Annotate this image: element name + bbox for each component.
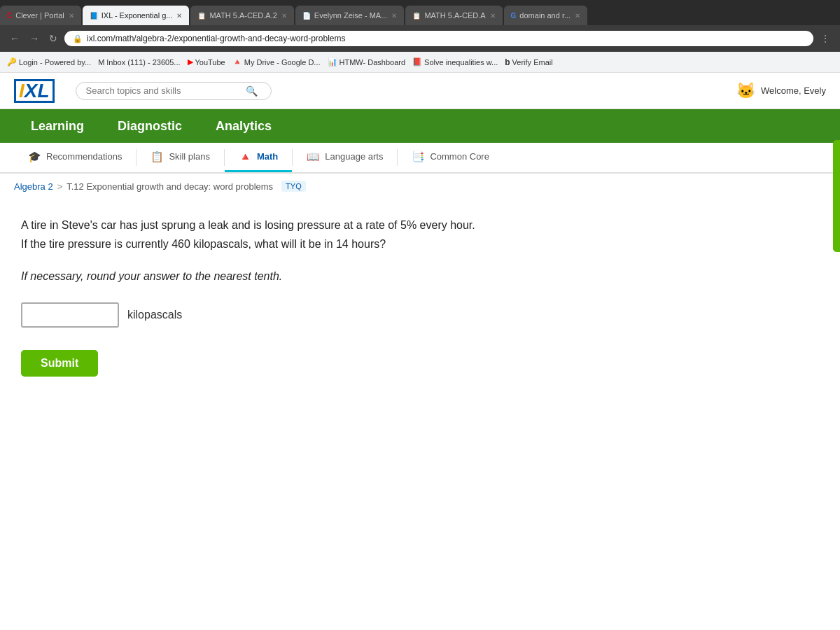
drive-icon: 🔺 <box>232 57 242 66</box>
tab-favicon-evelynn: 📄 <box>302 12 311 20</box>
bookmark-htmw[interactable]: 📊 HTMW- Dashboard <box>328 57 406 66</box>
math-icon: 🔺 <box>239 150 252 163</box>
bookmark-youtube-label: YouTube <box>195 58 225 66</box>
tab-label-evelynn: Evelynn Zeise - MA... <box>314 11 388 20</box>
bookmark-verify[interactable]: b Verify Email <box>505 57 552 67</box>
browser-chrome: C Clever | Portal ✕ 📘 IXL - Exponential … <box>0 0 840 73</box>
login-icon: 🔑 <box>7 57 17 66</box>
tab-close-google[interactable]: ✕ <box>575 12 580 20</box>
problem-note: If necessary, round your answer to the n… <box>21 267 819 286</box>
bookmark-inbox-label: Inbox (111) - 23605... <box>106 58 180 66</box>
tab-math-ced2[interactable]: 📋 MATH 5.A-CED.A ✕ <box>405 6 502 25</box>
skillplans-icon: 📋 <box>150 150 164 163</box>
problem-line1: A tire in Steve's car has just sprung a … <box>21 216 819 253</box>
answer-input[interactable] <box>21 302 119 328</box>
tab-label-math: MATH 5.A-CED.A.2 <box>209 11 276 20</box>
breadcrumb-topic: T.12 Exponential growth and decay: word … <box>66 181 273 192</box>
ixl-page: IXL 🔍 🐱 Welcome, Evely Learning Diagnost… <box>0 73 840 630</box>
nav-diagnostic[interactable]: Diagnostic <box>101 109 199 143</box>
subnav-commoncore[interactable]: 📑 Common Core <box>398 143 503 172</box>
subnav-math[interactable]: 🔺 Math <box>225 143 292 172</box>
tab-favicon-math2: 📋 <box>412 12 421 20</box>
nav-learning-label: Learning <box>31 119 84 134</box>
tab-clever[interactable]: C Clever | Portal ✕ <box>0 6 81 25</box>
tab-close-math[interactable]: ✕ <box>281 12 287 20</box>
welcome-area: 🐱 Welcome, Evely <box>736 82 826 100</box>
bookmark-inbox[interactable]: M Inbox (111) - 23605... <box>98 58 180 66</box>
logo-i: I <box>19 80 24 102</box>
tab-math-ced[interactable]: 📋 MATH 5.A-CED.A.2 ✕ <box>190 6 293 25</box>
ixl-logo: IXL <box>14 79 55 103</box>
reload-button[interactable]: ↻ <box>46 31 60 46</box>
tyq-badge: TYQ <box>281 181 306 192</box>
htmw-icon: 📊 <box>328 57 337 66</box>
more-options-button[interactable]: ⋮ <box>818 31 833 46</box>
breadcrumb: Algebra 2 > T.12 Exponential growth and … <box>0 174 840 199</box>
bookmark-solve-label: Solve inequalities w... <box>424 58 498 66</box>
logo-xl: XL <box>24 80 50 102</box>
lock-icon: 🔒 <box>73 34 83 43</box>
right-accent-bar <box>833 140 840 252</box>
bookmarks-bar: 🔑 Login - Powered by... M Inbox (111) - … <box>0 52 840 73</box>
tab-bar: C Clever | Portal ✕ 📘 IXL - Exponential … <box>0 0 840 25</box>
back-button[interactable]: ← <box>7 31 22 46</box>
nav-analytics[interactable]: Analytics <box>199 109 288 143</box>
subnav-language[interactable]: 📖 Language arts <box>293 143 397 172</box>
solve-icon: 📕 <box>412 57 422 66</box>
address-bar[interactable]: 🔒 ixl.com/math/algebra-2/exponential-gro… <box>64 31 813 46</box>
cat-icon: 🐱 <box>736 82 755 100</box>
recommendations-icon: 🎓 <box>28 150 41 163</box>
bookmark-drive-label: My Drive - Google D... <box>244 58 321 66</box>
subnav-language-label: Language arts <box>325 151 383 162</box>
answer-unit: kilopascals <box>127 309 182 321</box>
sub-nav: 🎓 Recommendations 📋 Skill plans 🔺 Math 📖… <box>0 143 840 174</box>
subnav-recommendations-label: Recommendations <box>46 151 122 162</box>
subnav-commoncore-label: Common Core <box>430 151 489 162</box>
tab-ixl-exp[interactable]: 📘 IXL - Exponential g... ✕ <box>83 6 190 25</box>
subnav-skillplans[interactable]: 📋 Skill plans <box>136 143 224 172</box>
answer-row: kilopascals <box>21 302 819 328</box>
ixl-nav: Learning Diagnostic Analytics <box>0 109 840 143</box>
tab-close-math2[interactable]: ✕ <box>490 12 496 20</box>
tab-evelynn[interactable]: 📄 Evelynn Zeise - MA... ✕ <box>295 6 405 25</box>
tab-label-google: domain and r... <box>519 11 570 20</box>
subnav-math-label: Math <box>257 151 278 162</box>
tab-favicon-google: G <box>511 12 517 20</box>
tab-close-ixl[interactable]: ✕ <box>176 12 182 20</box>
commoncore-icon: 📑 <box>412 150 425 163</box>
search-icon: 🔍 <box>246 85 258 97</box>
problem-text-line2: If the tire pressure is currently 460 ki… <box>21 238 386 250</box>
search-input[interactable] <box>86 85 240 96</box>
nav-learning[interactable]: Learning <box>14 109 101 143</box>
tab-close-evelynn[interactable]: ✕ <box>391 12 397 20</box>
forward-button[interactable]: → <box>27 31 42 46</box>
bookmark-drive[interactable]: 🔺 My Drive - Google D... <box>232 57 321 66</box>
bookmark-youtube[interactable]: ▶ YouTube <box>188 57 225 66</box>
bookmark-login[interactable]: 🔑 Login - Powered by... <box>7 57 91 66</box>
tab-favicon-ixl: 📘 <box>90 12 98 20</box>
tab-favicon-clever: C <box>7 12 12 20</box>
inbox-icon: M <box>98 58 104 66</box>
subnav-recommendations[interactable]: 🎓 Recommendations <box>14 143 136 172</box>
tab-google[interactable]: G domain and r... ✕ <box>504 6 588 25</box>
bookmark-solve[interactable]: 📕 Solve inequalities w... <box>412 57 498 66</box>
tab-close-clever[interactable]: ✕ <box>69 12 74 20</box>
breadcrumb-separator: > <box>57 181 63 192</box>
language-icon: 📖 <box>307 150 320 163</box>
tab-favicon-math: 📋 <box>197 12 206 20</box>
welcome-text: Welcome, Evely <box>761 85 826 96</box>
verify-icon: b <box>505 57 510 67</box>
submit-button[interactable]: Submit <box>21 350 98 377</box>
breadcrumb-subject[interactable]: Algebra 2 <box>14 181 53 192</box>
address-text: ixl.com/math/algebra-2/exponential-growt… <box>87 34 346 43</box>
tab-label-clever: Clever | Portal <box>15 11 64 20</box>
bookmark-verify-label: Verify Email <box>512 58 553 66</box>
tab-label-math2: MATH 5.A-CED.A <box>424 11 485 20</box>
address-bar-row: ← → ↻ 🔒 ixl.com/math/algebra-2/exponenti… <box>0 25 840 52</box>
nav-diagnostic-label: Diagnostic <box>118 119 182 134</box>
nav-analytics-label: Analytics <box>216 119 272 134</box>
search-bar[interactable]: 🔍 <box>76 82 272 100</box>
main-content: A tire in Steve's car has just sprung a … <box>0 199 840 393</box>
ixl-header: IXL 🔍 🐱 Welcome, Evely <box>0 73 840 109</box>
bookmark-login-label: Login - Powered by... <box>19 58 91 66</box>
